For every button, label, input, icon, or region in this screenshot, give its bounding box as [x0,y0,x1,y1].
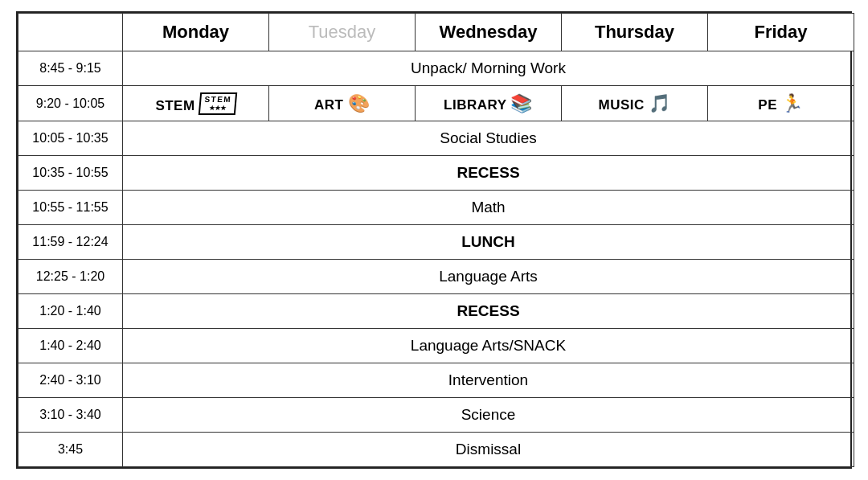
span-cell: Social Studies [123,121,854,156]
monday-header: Monday [123,13,269,51]
span-cell: RECESS [123,156,854,191]
time-cell: 1:20 - 1:40 [18,294,123,329]
time-cell: 1:40 - 2:40 [18,329,123,363]
stem-icon: STEM★★★ [199,92,237,115]
table-row: 10:05 - 10:35Social Studies [18,121,854,156]
special-cell-library: LIBRARY 📚 [416,85,562,121]
time-cell: 3:45 [18,433,123,467]
span-cell: Science [123,398,854,433]
friday-header: Friday [708,13,854,51]
span-cell: LUNCH [123,225,854,260]
span-cell: RECESS [123,294,854,329]
table-row: 3:45Dismissal [18,433,854,467]
table-row: 12:25 - 1:20Language Arts [18,260,854,294]
wednesday-header: Wednesday [416,13,562,51]
art-icon: 🎨 [348,93,371,113]
table-row: 10:35 - 10:55RECESS [18,156,854,191]
table-row: 11:59 - 12:24LUNCH [18,225,854,260]
thursday-header: Thursday [562,13,708,51]
table-row: 8:45 - 9:15Unpack/ Morning Work [18,51,854,85]
span-cell: Intervention [123,363,854,398]
table-row: 1:40 - 2:40Language Arts/SNACK [18,329,854,363]
time-cell: 9:20 - 10:05 [18,85,123,121]
special-cell-music: MUSIC 🎵 [562,85,708,121]
schedule-body: 8:45 - 9:15Unpack/ Morning Work9:20 - 10… [18,51,854,467]
pe-icon: 🏃 [781,93,804,113]
library-icon: 📚 [510,93,533,113]
special-cell-art: ART 🎨 [269,85,416,121]
table-row: 10:55 - 11:55Math [18,191,854,225]
tuesday-header: Tuesday [269,13,416,51]
schedule-table: Monday Tuesday Wednesday Thursday Friday… [18,13,854,468]
table-row: 1:20 - 1:40RECESS [18,294,854,329]
span-cell: Dismissal [123,433,854,467]
span-cell: Language Arts [123,260,854,294]
music-icon: 🎵 [649,93,671,113]
time-cell: 12:25 - 1:20 [18,260,123,294]
table-row: 3:10 - 3:40Science [18,398,854,433]
span-cell: Language Arts/SNACK [123,329,854,363]
table-row: 2:40 - 3:10Intervention [18,363,854,398]
table-row: 9:20 - 10:05STEM STEM★★★ART 🎨LIBRARY 📚MU… [18,85,854,121]
time-cell: 8:45 - 9:15 [18,51,123,85]
time-cell: 11:59 - 12:24 [18,225,123,260]
header-row: Monday Tuesday Wednesday Thursday Friday [18,13,854,51]
span-cell: Math [123,191,854,225]
special-cell-pe: PE 🏃 [708,85,854,121]
time-cell: 3:10 - 3:40 [18,398,123,433]
schedule-container: Monday Tuesday Wednesday Thursday Friday… [16,11,852,470]
special-cell-stem: STEM STEM★★★ [123,85,269,121]
time-cell: 10:35 - 10:55 [18,156,123,191]
time-header [18,13,123,51]
time-cell: 10:55 - 11:55 [18,191,123,225]
span-cell: Unpack/ Morning Work [123,51,854,85]
time-cell: 10:05 - 10:35 [18,121,123,156]
time-cell: 2:40 - 3:10 [18,363,123,398]
